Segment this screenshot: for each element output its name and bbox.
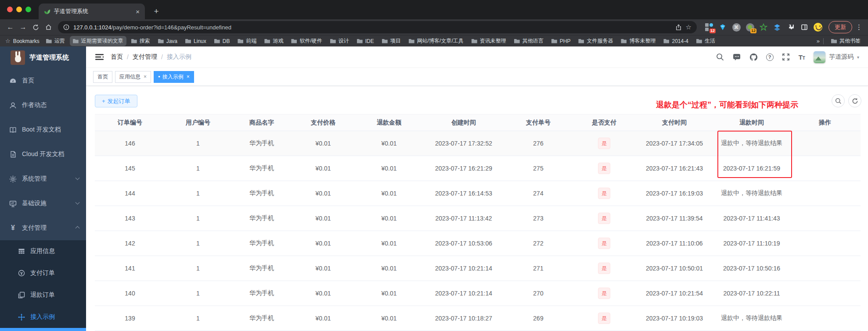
bookmarks-overflow-chevron[interactable]: »	[817, 38, 820, 44]
column-header: 支付时间	[635, 114, 714, 131]
back-button[interactable]: ←	[4, 21, 16, 33]
table-row[interactable]: 1411华为手机¥0.01¥0.012023-07-17 10:21:14271…	[95, 256, 861, 281]
table-row[interactable]: 1461华为手机¥0.01¥0.012023-07-17 17:32:52276…	[95, 131, 861, 156]
font-size-icon[interactable]: TT	[799, 53, 805, 61]
bookmark-folder[interactable]: 生活	[693, 36, 718, 46]
window-minimize-button[interactable]	[16, 7, 22, 12]
bookmark-folder[interactable]: IDE	[354, 37, 377, 46]
reload-button[interactable]	[30, 21, 42, 33]
bookmark-folder[interactable]: 运营	[43, 36, 68, 46]
table-cell: 269	[503, 306, 573, 331]
table-cell: 1	[165, 131, 231, 156]
table-refresh-button[interactable]	[848, 94, 861, 107]
sidebar-subitem-pay[interactable]: 支付订单	[0, 262, 86, 284]
table-row[interactable]: 1441华为手机¥0.01¥0.012023-07-17 16:14:53274…	[95, 181, 861, 206]
bookmark-star-icon[interactable]: ☆	[686, 23, 692, 31]
breadcrumb-item[interactable]: 支付管理	[133, 53, 157, 61]
create-order-button[interactable]: + 发起订单	[95, 95, 137, 107]
bookmark-folder[interactable]: 2014-4	[660, 37, 691, 46]
chrome-menu-icon[interactable]: ⋮	[856, 23, 863, 31]
message-icon[interactable]	[733, 53, 741, 61]
bookmark-folder[interactable]: 其他语言	[511, 36, 547, 46]
table-search-button[interactable]	[832, 94, 845, 107]
table-cell: 2023-07-17 11:13:42	[424, 206, 503, 231]
sidebar-item-doc[interactable]: Cloud 开发文档	[0, 142, 86, 167]
table-cell: 华为手机	[231, 306, 292, 331]
extension-star-icon[interactable]	[759, 23, 768, 32]
bookmark-label: 网站/博客/文章/工具	[417, 37, 464, 45]
sidebar-subitem-refund[interactable]: 退款订单	[0, 284, 86, 306]
other-bookmarks-folder[interactable]: 其他书签	[828, 36, 864, 46]
sidebar-item-dashboard[interactable]: 首页	[0, 68, 86, 93]
bookmark-folder[interactable]: 近期需要读的文章	[70, 36, 126, 46]
sidebar-item-book[interactable]: Boot 开发文档	[0, 117, 86, 142]
tag-close-icon[interactable]: ×	[144, 74, 147, 80]
new-tab-button[interactable]: +	[150, 5, 162, 18]
bookmark-folder[interactable]: 软件/硬件	[288, 36, 325, 46]
tab-close-icon[interactable]: ×	[136, 8, 140, 15]
extension-layers-icon[interactable]	[773, 23, 782, 32]
chrome-update-button[interactable]: 更新	[828, 21, 852, 33]
hamburger-icon[interactable]	[95, 53, 104, 61]
github-icon[interactable]	[749, 53, 758, 61]
url-bar[interactable]: 127.0.0.1:1024/pay/demo-order?id=146&pay…	[58, 21, 697, 33]
sidebar-logo[interactable]: 芋道管理系统	[0, 46, 86, 68]
bookmark-folder[interactable]: 前端	[234, 36, 259, 46]
profile-avatar-icon[interactable]	[814, 23, 822, 32]
folder-icon	[185, 39, 191, 43]
table-cell: 是	[573, 306, 635, 331]
extension-command-icon[interactable]: ⌘	[732, 23, 741, 32]
sidebar-subitem-move[interactable]: 接入示例	[0, 306, 86, 328]
window-close-button[interactable]	[7, 7, 13, 12]
side-panel-icon[interactable]	[800, 23, 809, 32]
table-cell: 2023-07-17 11:10:06	[635, 231, 714, 256]
search-icon[interactable]	[716, 53, 724, 61]
bookmark-folder[interactable]: Java	[155, 37, 180, 46]
bookmark-folder[interactable]: PHP	[548, 37, 574, 46]
bookmark-folder[interactable]: 设计	[327, 36, 352, 46]
window-zoom-button[interactable]	[25, 7, 31, 12]
tag-close-icon[interactable]: ×	[187, 74, 190, 80]
folder-icon	[214, 39, 220, 43]
user-menu[interactable]: 芋道源码 ▾	[814, 51, 859, 63]
tag-item[interactable]: ●应用信息×	[115, 71, 151, 83]
help-icon[interactable]: ?	[766, 53, 774, 61]
bookmark-folder[interactable]: Linux	[182, 37, 209, 46]
other-bookmarks-label: 其他书签	[839, 37, 861, 45]
sidebar-item-monitor[interactable]: 基础设施	[0, 191, 86, 216]
bookmark-folder[interactable]: 游戏	[261, 36, 286, 46]
fullscreen-icon[interactable]	[782, 53, 790, 61]
browser-tab[interactable]: 芋道管理系统 ×	[39, 4, 145, 19]
share-icon[interactable]	[675, 24, 682, 31]
extension-recorder-icon[interactable]: 12	[746, 23, 754, 32]
table-cell: 2023-07-17 10:50:16	[714, 256, 789, 281]
table-row[interactable]: 1391华为手机¥0.01¥0.012023-07-17 10:18:27269…	[95, 306, 861, 331]
bookmark-folder[interactable]: 博客未整理	[618, 36, 659, 46]
paid-badge: 是	[598, 313, 610, 324]
table-row[interactable]: 1421华为手机¥0.01¥0.012023-07-17 10:53:06272…	[95, 231, 861, 256]
table-row[interactable]: 1431华为手机¥0.01¥0.012023-07-17 11:13:42273…	[95, 206, 861, 231]
folder-icon	[551, 39, 557, 43]
extension-gem-icon[interactable]	[718, 23, 727, 32]
table-cell: 2023-07-17 10:53:06	[424, 231, 503, 256]
extension-grid-icon[interactable]: 12	[705, 23, 713, 32]
table-row[interactable]: 1451华为手机¥0.01¥0.012023-07-17 16:21:29275…	[95, 156, 861, 181]
bookmark-folder[interactable]: 资讯未整理	[468, 36, 509, 46]
forward-button[interactable]: →	[17, 21, 29, 33]
bookmark-folder[interactable]: 项目	[379, 36, 404, 46]
bookmark-folder[interactable]: 文件服务器	[575, 36, 616, 46]
tag-item[interactable]: ●首页	[93, 71, 112, 83]
extensions-puzzle-icon[interactable]	[786, 23, 795, 32]
bookmark-folder[interactable]: 网站/博客/文章/工具	[406, 36, 467, 46]
sidebar-item-user[interactable]: 作者动态	[0, 93, 86, 117]
sidebar-item-yen[interactable]: ¥支付管理	[0, 216, 86, 240]
bookmark-folder[interactable]: DB	[211, 37, 233, 46]
sidebar-subitem-grid[interactable]: 应用信息	[0, 240, 86, 262]
home-button[interactable]	[43, 21, 54, 33]
site-info-icon[interactable]	[63, 24, 69, 30]
bookmark-folder[interactable]: 搜索	[128, 36, 153, 46]
sidebar-item-gear[interactable]: 系统管理	[0, 167, 86, 191]
tag-active[interactable]: ●接入示例×	[154, 71, 194, 83]
breadcrumb-item[interactable]: 首页	[111, 53, 123, 61]
table-row[interactable]: 1401华为手机¥0.01¥0.012023-07-17 10:21:14270…	[95, 281, 861, 306]
